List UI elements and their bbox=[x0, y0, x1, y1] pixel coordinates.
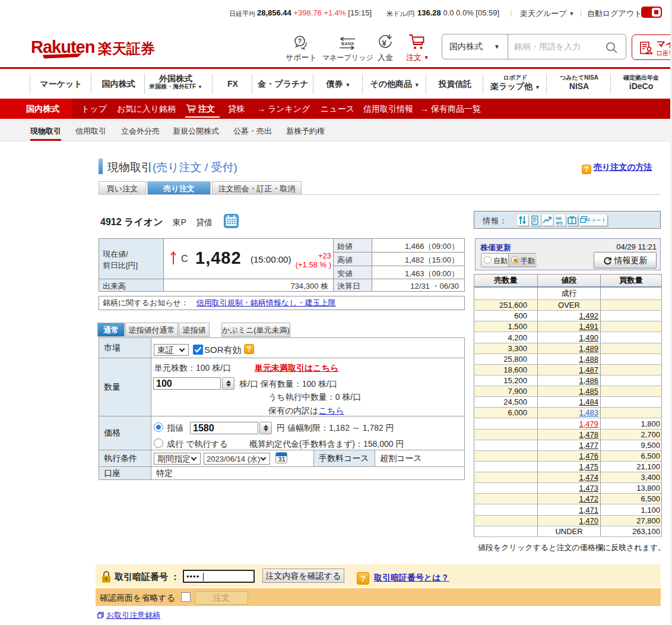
svg-text:?: ? bbox=[298, 37, 302, 45]
svg-text:BANK: BANK bbox=[341, 42, 354, 46]
svg-text:チャート: チャート bbox=[587, 217, 606, 223]
svg-text:¥: ¥ bbox=[382, 39, 387, 48]
svg-text:WS: WS bbox=[556, 220, 563, 226]
